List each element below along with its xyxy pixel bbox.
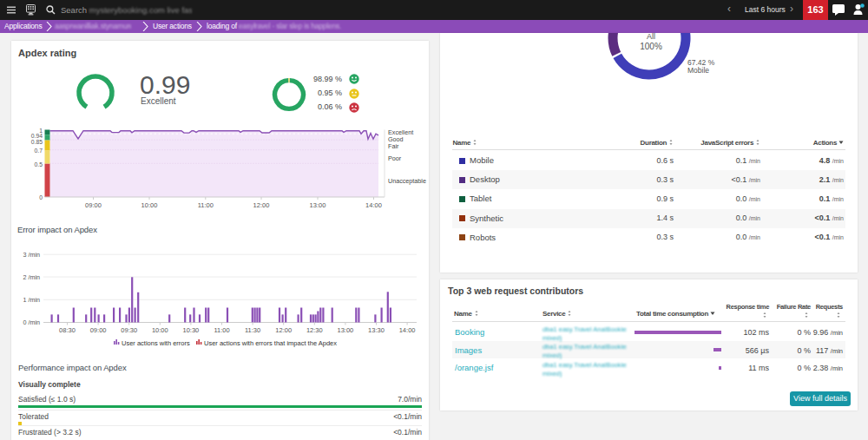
svg-text:1 /min: 1 /min <box>23 296 40 304</box>
svg-text:User actions with errors that: User actions with errors that impact the… <box>204 339 337 347</box>
svg-text:08:30: 08:30 <box>59 326 76 334</box>
svg-text:10:30: 10:30 <box>183 326 200 334</box>
svg-text:09:00: 09:00 <box>90 326 107 334</box>
svg-text:12:00: 12:00 <box>275 326 292 334</box>
svg-text:0.85: 0.85 <box>31 139 43 145</box>
svg-text:09:00: 09:00 <box>85 201 102 209</box>
svg-text:11:00: 11:00 <box>198 201 214 209</box>
svg-text:14:00: 14:00 <box>399 326 416 334</box>
svg-text:Poor: Poor <box>388 154 402 162</box>
svg-text:12:30: 12:30 <box>306 326 323 334</box>
svg-text:2 /min: 2 /min <box>23 273 40 281</box>
svg-text:10:00: 10:00 <box>141 201 158 209</box>
svg-text:13:00: 13:00 <box>310 201 326 209</box>
svg-text:0: 0 <box>39 194 43 200</box>
svg-text:0.7: 0.7 <box>35 148 43 154</box>
svg-text:Unacceptable: Unacceptable <box>388 177 426 185</box>
svg-text:13:30: 13:30 <box>368 326 385 334</box>
svg-text:14:00: 14:00 <box>365 201 382 209</box>
svg-text:11:00: 11:00 <box>214 326 229 334</box>
svg-text:0 /min: 0 /min <box>23 319 40 326</box>
svg-text:13:00: 13:00 <box>338 326 354 334</box>
svg-text:09:30: 09:30 <box>121 326 137 334</box>
svg-text:3 /min: 3 /min <box>23 251 40 259</box>
svg-text:12:00: 12:00 <box>253 201 270 209</box>
svg-text:11:30: 11:30 <box>245 326 260 334</box>
svg-text:Fair: Fair <box>388 142 399 150</box>
svg-text:User actions with errors: User actions with errors <box>122 339 190 347</box>
svg-text:10:00: 10:00 <box>152 326 168 334</box>
svg-text:0.5: 0.5 <box>35 161 43 167</box>
